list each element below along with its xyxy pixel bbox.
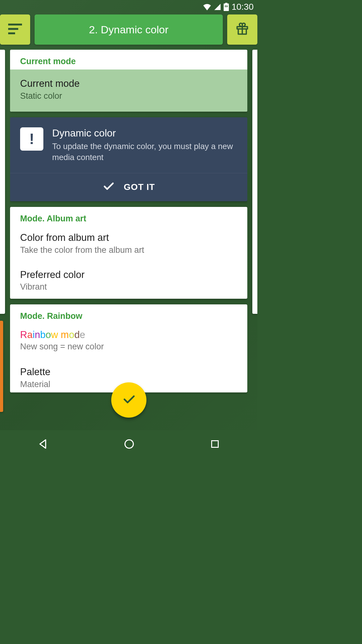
- clock-text: 10:30: [232, 2, 254, 12]
- section-header-album-art: Mode. Album art: [10, 207, 247, 227]
- row-color-from-album-art-title: Color from album art: [20, 232, 237, 244]
- row-current-mode[interactable]: Current mode Static color: [10, 69, 247, 112]
- peek-card-orange: [0, 321, 3, 412]
- menu-icon: [8, 24, 22, 36]
- card-current-mode: Current mode Current mode Static color: [10, 50, 247, 112]
- peek-card-right: [252, 50, 257, 314]
- row-rainbow-mode[interactable]: Rainbow mode New song = new color: [10, 324, 247, 358]
- card-rainbow: Mode. Rainbow Rainbow mode New song = ne…: [10, 304, 247, 392]
- row-palette-title: Palette: [20, 366, 237, 378]
- check-icon: [102, 180, 115, 194]
- row-current-mode-subtitle: Static color: [20, 91, 237, 101]
- info-body: To update the dynamic color, you must pl…: [52, 141, 237, 163]
- svg-rect-2: [8, 32, 15, 34]
- info-title: Dynamic color: [52, 127, 237, 139]
- navigation-bar: [0, 430, 257, 458]
- svg-rect-7: [211, 441, 218, 447]
- toolbar: 2. Dynamic color: [0, 14, 257, 45]
- row-rainbow-mode-subtitle: New song = new color: [20, 342, 237, 352]
- row-preferred-color-subtitle: Vibrant: [20, 282, 237, 292]
- svg-rect-1: [8, 28, 18, 30]
- row-preferred-color[interactable]: Preferred color Vibrant: [10, 262, 247, 299]
- gift-icon: [235, 22, 249, 37]
- wifi-icon: [203, 3, 211, 10]
- exclamation-icon: !: [20, 127, 43, 151]
- info-card-dynamic-color: ! Dynamic color To update the dynamic co…: [10, 117, 247, 201]
- back-button[interactable]: [37, 438, 49, 450]
- home-button[interactable]: [123, 438, 135, 450]
- svg-rect-0: [8, 24, 22, 25]
- content-scroll[interactable]: Current mode Current mode Static color !…: [10, 50, 247, 428]
- menu-button[interactable]: [0, 14, 30, 45]
- row-color-from-album-art[interactable]: Color from album art Take the color from…: [10, 227, 247, 262]
- apply-fab[interactable]: [111, 382, 146, 418]
- battery-level: 89: [223, 5, 229, 8]
- section-header-current-mode: Current mode: [10, 50, 247, 69]
- toolbar-title-text: 2. Dynamic color: [89, 24, 168, 36]
- svg-point-6: [125, 440, 134, 448]
- row-current-mode-title: Current mode: [20, 78, 237, 90]
- card-album-art: Mode. Album art Color from album art Tak…: [10, 207, 247, 299]
- gift-button[interactable]: [227, 14, 257, 45]
- cell-signal-icon: [214, 3, 221, 10]
- got-it-button[interactable]: GOT IT: [10, 173, 247, 201]
- toolbar-title[interactable]: 2. Dynamic color: [35, 14, 223, 45]
- section-header-rainbow: Mode. Rainbow: [10, 304, 247, 324]
- row-rainbow-mode-title: Rainbow mode: [20, 329, 237, 341]
- check-icon: [121, 392, 136, 408]
- got-it-label: GOT IT: [124, 182, 155, 192]
- peek-card-left: [0, 50, 5, 314]
- battery-icon: 89: [223, 3, 229, 11]
- recents-button[interactable]: [209, 438, 221, 450]
- row-color-from-album-art-subtitle: Take the color from the album art: [20, 245, 237, 255]
- status-bar: 89 10:30: [0, 0, 257, 14]
- row-preferred-color-title: Preferred color: [20, 269, 237, 281]
